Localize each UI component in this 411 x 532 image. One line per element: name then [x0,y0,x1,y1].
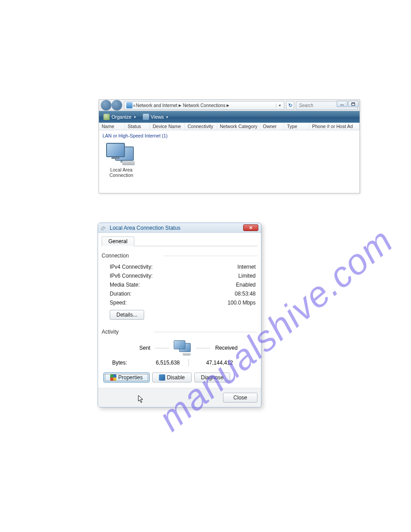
duration-row: Duration: 08:53:48 [102,289,257,298]
activity-labels-row: Sent Received [102,339,257,357]
column-connectivity[interactable]: Connectivity [185,123,217,130]
media-row: Media State: Enabled [102,280,257,289]
shield-icon [159,374,165,381]
chevron-right-icon: ▶ [226,103,230,107]
ipv4-label: IPv4 Connectivity: [110,264,153,270]
bytes-sent-value: 6,515,638 [144,360,180,366]
connection-heading: Connection [102,252,129,260]
dialog-title: Local Area Connection Status [110,225,180,231]
bytes-label: Bytes: [112,360,139,366]
bytes-row: Bytes: 6,515,638 47,144,412 [102,357,257,368]
ipv6-value: Limited [238,273,256,279]
organize-menu[interactable]: Organize ▼ [101,113,139,121]
action-button-row: Properties Disable Diagnose [102,368,257,384]
speed-value: 100.0 Mbps [227,300,256,306]
chevron-right-icon: ▶ [178,103,182,107]
group-header[interactable]: LAN or High-Speed Internet (1) [99,130,360,139]
maximize-icon [351,103,355,106]
speed-label: Speed: [110,300,127,306]
connection-section-header: Connection [102,252,257,260]
chevron-down-icon: ▼ [166,116,169,119]
column-category[interactable]: Network Category [217,123,260,130]
tab-general[interactable]: General [102,236,134,246]
duration-value: 08:53:48 [235,291,256,297]
received-label: Received [215,345,238,351]
monitor-icon [174,340,185,349]
activity-icon [174,340,192,356]
command-bar: Organize ▼ Views ▼ [99,111,360,123]
status-dialog: Local Area Connection Status ✕ General C… [98,223,261,408]
cable-icon [122,161,135,165]
ipv4-row: IPv4 Connectivity: Internet [102,262,257,271]
breadcrumb-dropdown[interactable]: ▾ [276,103,283,107]
dialog-body: General Connection IPv4 Connectivity: In… [98,233,261,388]
disable-label: Disable [167,374,185,381]
ipv6-label: IPv6 Connectivity: [110,273,153,279]
views-menu[interactable]: Views ▼ [140,113,171,121]
divider [164,256,257,256]
refresh-icon: ↻ [288,103,292,108]
media-value: Enabled [236,282,256,288]
connection-label-line2: Connection [104,172,138,178]
details-button[interactable]: Details... [110,310,144,320]
organize-label: Organize [111,114,132,120]
minimize-icon [340,105,344,105]
address-bar-row: « Network and Internet ▶ Network Connect… [99,100,360,111]
column-owner[interactable]: Owner [260,123,284,130]
explorer-window: « Network and Internet ▶ Network Connect… [98,99,360,193]
details-row: Details... [102,307,257,328]
activity-section-header: Activity [102,328,257,336]
column-headers: Name Status Device Name Connectivity Net… [99,123,360,130]
breadcrumb-item[interactable]: Network Connections [183,103,225,108]
diagnose-button[interactable]: Diagnose [194,373,231,382]
network-connection-icon [106,143,137,165]
column-status[interactable]: Status [125,123,150,130]
attachment-icon [101,225,107,231]
cable-icon [183,353,191,356]
connection-item[interactable]: Local Area Connection [101,141,142,180]
breadcrumb-root: « [133,103,136,108]
column-phone[interactable]: Phone # or Host Ad [309,123,360,130]
divider [154,332,257,332]
column-type[interactable]: Type [284,123,309,130]
connection-label-line1: Local Area [104,167,138,172]
divider [155,348,169,348]
properties-button[interactable]: Properties [103,373,150,382]
sent-label: Sent [139,345,150,351]
dialog-titlebar[interactable]: Local Area Connection Status ✕ [98,223,261,233]
close-dialog-button[interactable]: Close [223,393,257,403]
divider [188,359,189,366]
minimize-button[interactable] [337,101,347,107]
bytes-received-value: 47,144,412 [197,360,233,366]
breadcrumb-bar[interactable]: « Network and Internet ▶ Network Connect… [124,101,284,110]
tab-row: General [102,236,257,246]
shield-icon [110,374,116,381]
views-icon [143,114,149,120]
nav-buttons [101,100,122,111]
forward-button[interactable] [111,100,122,111]
views-label: Views [151,114,164,120]
chevron-down-icon: ▼ [133,116,137,119]
media-label: Media State: [110,282,140,288]
column-name[interactable]: Name [99,123,125,130]
maximize-button[interactable] [348,101,359,107]
disable-button[interactable]: Disable [152,373,192,382]
properties-label: Properties [118,374,143,381]
monitor-icon [106,143,125,157]
cursor-icon [138,395,144,403]
refresh-button[interactable]: ↻ [286,101,294,110]
close-button[interactable]: ✕ [243,224,258,231]
diagnose-label: Diagnose [201,374,224,381]
breadcrumb-item[interactable]: Network and Internet [136,103,178,108]
activity-heading: Activity [102,328,119,336]
location-icon [126,102,133,108]
speed-row: Speed: 100.0 Mbps [102,298,257,307]
close-icon: ✕ [249,225,253,230]
dialog-footer: Close [98,388,261,407]
column-device[interactable]: Device Name [150,123,185,130]
duration-label: Duration: [110,291,132,297]
ipv4-value: Internet [237,264,256,270]
window-controls [337,101,359,107]
back-button[interactable] [101,100,111,111]
organize-icon [103,114,110,120]
